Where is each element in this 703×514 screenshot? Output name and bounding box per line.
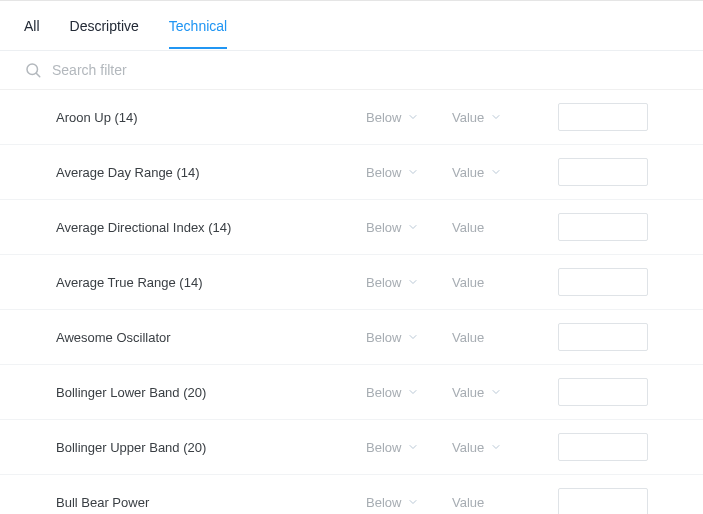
filter-row: Average Directional Index (14)BelowValue xyxy=(0,200,703,255)
filter-row: Average True Range (14)BelowValue xyxy=(0,255,703,310)
value-input[interactable] xyxy=(558,433,648,461)
value-input[interactable] xyxy=(558,323,648,351)
filter-label: Awesome Oscillator xyxy=(56,330,366,345)
condition-dropdown[interactable]: Below xyxy=(366,275,452,290)
chevron-down-icon xyxy=(407,441,419,453)
chevron-down-icon xyxy=(407,111,419,123)
filter-label: Aroon Up (14) xyxy=(56,110,366,125)
filters-list: Aroon Up (14)BelowValueAverage Day Range… xyxy=(0,90,703,514)
svg-line-1 xyxy=(36,73,39,76)
screener-filters-panel: All Descriptive Technical Aroon Up (14)B… xyxy=(0,0,703,514)
value-type-dropdown[interactable]: Value xyxy=(452,165,538,180)
chevron-down-icon xyxy=(407,386,419,398)
condition-dropdown-label: Below xyxy=(366,495,401,510)
value-input[interactable] xyxy=(558,103,648,131)
value-type-dropdown-label: Value xyxy=(452,165,484,180)
value-type-dropdown-label: Value xyxy=(452,440,484,455)
condition-dropdown[interactable]: Below xyxy=(366,440,452,455)
condition-dropdown[interactable]: Below xyxy=(366,220,452,235)
chevron-down-icon xyxy=(490,111,502,123)
filter-label: Bollinger Lower Band (20) xyxy=(56,385,366,400)
search-row xyxy=(0,51,703,90)
value-input[interactable] xyxy=(558,488,648,514)
filter-label: Average Day Range (14) xyxy=(56,165,366,180)
filter-row: Aroon Up (14)BelowValue xyxy=(0,90,703,145)
search-icon xyxy=(24,61,42,79)
value-type-dropdown[interactable]: Value xyxy=(452,220,538,235)
chevron-down-icon xyxy=(407,166,419,178)
value-type-dropdown-label: Value xyxy=(452,385,484,400)
value-input[interactable] xyxy=(558,378,648,406)
value-type-dropdown-label: Value xyxy=(452,110,484,125)
chevron-down-icon xyxy=(490,166,502,178)
tab-descriptive[interactable]: Descriptive xyxy=(70,4,139,48)
filter-row: Awesome OscillatorBelowValue xyxy=(0,310,703,365)
tab-technical[interactable]: Technical xyxy=(169,4,227,48)
filter-label: Average Directional Index (14) xyxy=(56,220,366,235)
value-type-dropdown-label: Value xyxy=(452,330,484,345)
condition-dropdown-label: Below xyxy=(366,220,401,235)
chevron-down-icon xyxy=(490,441,502,453)
value-type-dropdown[interactable]: Value xyxy=(452,385,538,400)
condition-dropdown-label: Below xyxy=(366,275,401,290)
condition-dropdown[interactable]: Below xyxy=(366,330,452,345)
filter-row: Bollinger Lower Band (20)BelowValue xyxy=(0,365,703,420)
condition-dropdown[interactable]: Below xyxy=(366,110,452,125)
filter-row: Average Day Range (14)BelowValue xyxy=(0,145,703,200)
filter-label: Bollinger Upper Band (20) xyxy=(56,440,366,455)
value-input[interactable] xyxy=(558,268,648,296)
condition-dropdown-label: Below xyxy=(366,385,401,400)
value-type-dropdown-label: Value xyxy=(452,275,484,290)
svg-point-0 xyxy=(27,64,38,75)
value-type-dropdown-label: Value xyxy=(452,495,484,510)
condition-dropdown[interactable]: Below xyxy=(366,165,452,180)
value-type-dropdown[interactable]: Value xyxy=(452,440,538,455)
condition-dropdown-label: Below xyxy=(366,110,401,125)
condition-dropdown-label: Below xyxy=(366,330,401,345)
value-input[interactable] xyxy=(558,213,648,241)
condition-dropdown[interactable]: Below xyxy=(366,495,452,510)
condition-dropdown-label: Below xyxy=(366,440,401,455)
value-type-dropdown[interactable]: Value xyxy=(452,495,538,510)
condition-dropdown[interactable]: Below xyxy=(366,385,452,400)
chevron-down-icon xyxy=(407,276,419,288)
value-type-dropdown[interactable]: Value xyxy=(452,110,538,125)
value-type-dropdown[interactable]: Value xyxy=(452,330,538,345)
search-input[interactable] xyxy=(52,62,252,78)
filter-row: Bull Bear PowerBelowValue xyxy=(0,475,703,514)
tabs-bar: All Descriptive Technical xyxy=(0,1,703,51)
value-input[interactable] xyxy=(558,158,648,186)
value-type-dropdown-label: Value xyxy=(452,220,484,235)
value-type-dropdown[interactable]: Value xyxy=(452,275,538,290)
condition-dropdown-label: Below xyxy=(366,165,401,180)
filter-label: Average True Range (14) xyxy=(56,275,366,290)
chevron-down-icon xyxy=(490,386,502,398)
tab-all[interactable]: All xyxy=(24,4,40,48)
chevron-down-icon xyxy=(407,331,419,343)
chevron-down-icon xyxy=(407,496,419,508)
filter-row: Bollinger Upper Band (20)BelowValue xyxy=(0,420,703,475)
filter-label: Bull Bear Power xyxy=(56,495,366,510)
chevron-down-icon xyxy=(407,221,419,233)
